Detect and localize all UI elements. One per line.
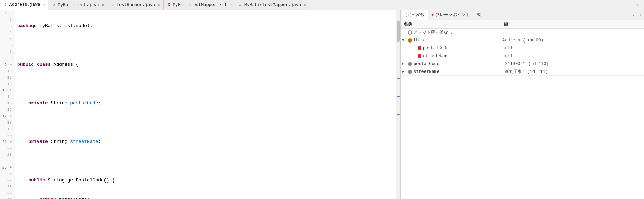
code-line-10: return postalCode; — [17, 196, 396, 199]
ln-28: 28 — [1, 184, 13, 190]
code-lines[interactable]: package myBatis.test.model; public class… — [15, 10, 396, 199]
ln-4: 4 — [1, 29, 13, 36]
tab-close-address[interactable]: ✕ — [43, 3, 45, 7]
this-name-cell: ▼ this — [402, 38, 502, 43]
ln-23: 23 — [1, 151, 13, 158]
debug-col-value-header: 値 — [504, 21, 641, 27]
postalcode-field-icon — [418, 46, 421, 50]
breakpoints-tab-label: ブレークポイント — [435, 12, 470, 18]
tab-mapper-xml[interactable]: X MyBatisTestMapper.xml ✕ — [164, 0, 235, 10]
debug-tab-expressions[interactable]: 式 — [474, 10, 484, 20]
variables-tab-label: 変数 — [416, 12, 425, 18]
debug-toolbar-btn-1[interactable]: ⟵ — [633, 12, 636, 18]
streetname-local-icon — [408, 70, 412, 74]
debug-toolbar-btn-2[interactable]: ⟶ — [638, 12, 641, 18]
tab-mapper-java[interactable]: J MyBatisTestMapper.java ✕ — [235, 0, 309, 10]
this-obj-icon — [408, 38, 412, 43]
tab-label-address: Address.java — [9, 2, 40, 7]
tab-close-mybatistest[interactable]: ✕ — [102, 3, 104, 7]
tab-label-mybatistest: MyBatisTest.java — [58, 3, 99, 8]
postalcode-local-name-cell: ▶ postalCode — [402, 61, 502, 66]
variables-tab-icon: (x)= — [405, 13, 415, 17]
ln-17: 17⊖ — [1, 113, 13, 119]
tab-label-mapper-xml: MyBatisTestMapper.xml — [173, 3, 227, 8]
code-editor: 1 2 3 4 5 6 7 8 9⊖ 10 11 12 13⊖ 14 15 16… — [0, 10, 401, 199]
debug-column-headers: 名前 値 — [401, 20, 644, 29]
code-line-7: private String streetName; — [17, 139, 396, 145]
ln-21: 21⊖ — [1, 139, 13, 145]
debug-tab-variables[interactable]: (x)= 変数 — [402, 10, 428, 20]
ln-11: 11 — [1, 74, 13, 81]
main-layout: 1 2 3 4 5 6 7 8 9⊖ 10 11 12 13⊖ 14 15 16… — [0, 10, 644, 199]
debug-col-name-header: 名前 — [404, 21, 504, 27]
this-value: Address (id=109) — [502, 38, 643, 43]
ln-10: 10 — [1, 68, 13, 74]
debug-row-streetname-local[interactable]: ▶ streetName "新丸子東" (id=111) — [401, 68, 644, 76]
debug-panel-content: 名前 値 ▶ メソッド戻り値なし ▼ — [401, 20, 644, 199]
this-expand-arrow[interactable]: ▼ — [402, 39, 406, 42]
debug-row-postalcode-local[interactable]: ▶ postalCode "2110004" (id=110) — [401, 60, 644, 68]
method-icon — [408, 30, 412, 35]
debug-row-streetname-field[interactable]: ▶ streetName null — [401, 52, 644, 60]
expressions-tab-label: 式 — [477, 12, 481, 18]
postalcode-field-label: postalCode — [423, 46, 449, 51]
ln-22: 22 — [1, 145, 13, 151]
xml-file-icon: X — [166, 3, 171, 8]
ln-7: 7 — [1, 49, 13, 55]
ln-26: 26 — [1, 171, 13, 177]
tab-testrunner[interactable]: J TestRunner.java ✕ — [107, 0, 164, 10]
ln-16: 16 — [1, 106, 13, 113]
ln-30: 30 — [1, 196, 13, 199]
ln-25: 25⊖ — [1, 164, 13, 171]
tab-close-testrunner[interactable]: ✕ — [158, 3, 160, 7]
tab-label-mapper-java: MyBatisTestMapper.java — [244, 3, 301, 8]
scroll-thumb[interactable] — [397, 21, 400, 42]
ln-9: 9⊖ — [1, 61, 13, 68]
postalcode-local-label: postalCode — [414, 61, 439, 66]
debug-tab-bar: (x)= 変数 ● ブレークポイント 式 ⟵ ⟶ — [401, 10, 644, 20]
minimize-button[interactable]: — — [630, 2, 635, 8]
streetname-local-value: "新丸子東" (id=111) — [502, 69, 643, 75]
ln-27: 27 — [1, 177, 13, 184]
breakpoints-tab-icon: ● — [431, 13, 434, 18]
debug-tab-breakpoints[interactable]: ● ブレークポイント — [429, 10, 473, 20]
this-label: this — [414, 38, 424, 43]
code-line-2 — [17, 42, 396, 49]
java-file-icon-testrunner: J — [110, 3, 115, 8]
ln-13: 13⊖ — [1, 87, 13, 94]
ln-5: 5 — [1, 36, 13, 42]
method-return-name: ▶ メソッド戻り値なし — [402, 29, 502, 35]
tab-close-mapper-java[interactable]: ✕ — [304, 3, 306, 7]
debug-row-method-return[interactable]: ▶ メソッド戻り値なし — [401, 29, 644, 36]
postalcode-local-icon — [408, 62, 412, 66]
streetname-field-value: null — [502, 54, 643, 59]
ln-18: 18 — [1, 119, 13, 126]
tab-close-mapper-xml[interactable]: ✕ — [230, 3, 232, 7]
maximize-button[interactable]: □ — [636, 2, 641, 8]
minimap-marker-2 — [397, 96, 400, 97]
ln-8: 8 — [1, 55, 13, 61]
scroll-track[interactable] — [396, 10, 400, 199]
code-line-9: public String getPostalCode() { — [17, 177, 396, 184]
debug-row-postalcode-field[interactable]: ▶ postalCode null — [401, 44, 644, 52]
streetname-field-icon — [418, 54, 421, 58]
postalcode-field-value: null — [502, 46, 643, 51]
postalcode-local-expand[interactable]: ▶ — [402, 62, 406, 66]
code-line-8 — [17, 158, 396, 164]
streetname-local-label: streetName — [414, 69, 439, 74]
line-numbers: 1 2 3 4 5 6 7 8 9⊖ 10 11 12 13⊖ 14 15 16… — [0, 10, 15, 199]
tab-mybatis-test[interactable]: J MyBatisTest.java ✕ — [48, 0, 107, 10]
debug-row-this[interactable]: ▼ this Address (id=109) — [401, 36, 644, 44]
streetname-field-label: streetName — [423, 54, 449, 59]
code-line-5: private String postalCode; — [17, 100, 396, 106]
postalcode-field-name-cell: ▶ postalCode — [402, 46, 502, 51]
ln-24: 24 — [1, 158, 13, 164]
editor-tab-bar: J Address.java ✕ J MyBatisTest.java ✕ J … — [0, 0, 644, 10]
streetname-local-expand[interactable]: ▶ — [402, 70, 406, 74]
debug-panel: (x)= 変数 ● ブレークポイント 式 ⟵ ⟶ 名前 値 — [401, 10, 644, 199]
java-file-icon: J — [3, 2, 8, 7]
code-line-3: public class Address { — [17, 61, 396, 68]
streetname-field-name-cell: ▶ streetName — [402, 54, 502, 59]
tab-address[interactable]: J Address.java ✕ — [0, 0, 48, 10]
minimap-marker-1 — [397, 78, 400, 79]
